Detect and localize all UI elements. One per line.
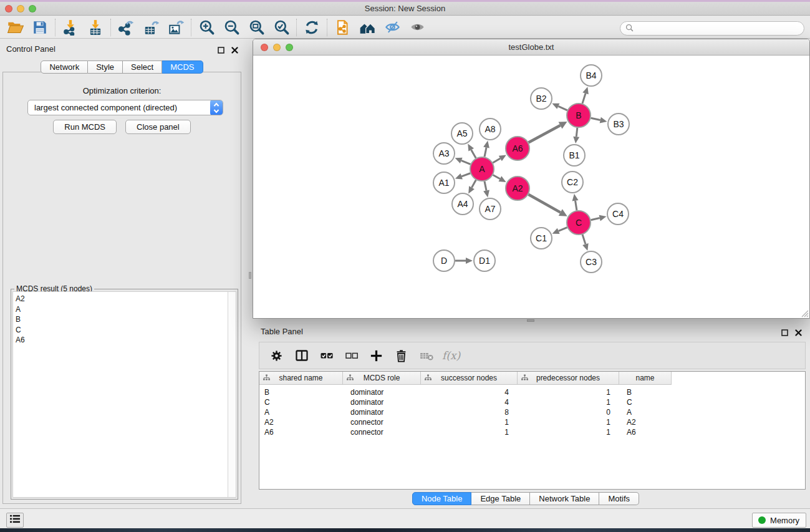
table-row[interactable]: A6connector11A6 [259, 427, 805, 437]
close-window-button[interactable] [5, 5, 12, 12]
import-table-icon[interactable] [83, 17, 108, 37]
close-panel-button[interactable]: Close panel [125, 120, 191, 134]
mcds-result-item[interactable]: C [13, 325, 236, 336]
maximize-window-button[interactable] [29, 5, 36, 12]
show-all-networks-icon[interactable] [355, 17, 380, 37]
network-graph: B4B2BB3A5A8A6A3B1AA1C2A2A4A7C4CC1C3DD1 [253, 56, 809, 318]
table-row[interactable]: Cdominator41C [259, 397, 805, 407]
run-mcds-button[interactable]: Run MCDS [53, 120, 117, 134]
add-column-icon[interactable] [365, 344, 388, 367]
memory-button[interactable]: Memory [752, 513, 806, 528]
table-options-gear-icon[interactable] [265, 344, 288, 367]
graph-edge-B-B3[interactable] [591, 118, 600, 120]
graph-edge-B-B1[interactable] [576, 128, 577, 137]
save-session-icon[interactable] [27, 17, 52, 37]
task-history-button[interactable] [6, 513, 24, 528]
minimize-window-button[interactable] [17, 5, 24, 12]
table-cell: B [259, 387, 343, 397]
column-header-name[interactable]: name [619, 372, 672, 384]
graph-node-label: A4 [457, 199, 468, 209]
export-table-icon[interactable] [138, 17, 163, 37]
zoom-in-icon[interactable] [194, 17, 219, 37]
network-minimize-button[interactable] [273, 44, 281, 51]
mcds-result-item[interactable]: A [13, 304, 236, 315]
graph-edge-A-A6[interactable] [493, 158, 500, 163]
column-header-successor-nodes[interactable]: successor nodes [421, 372, 518, 384]
toolbar-separator [191, 19, 191, 36]
toolbar-separator [110, 19, 111, 36]
zoom-fit-icon[interactable] [244, 17, 269, 37]
graph-edge-A-A5[interactable] [471, 150, 476, 158]
function-builder-icon: f(x) [440, 349, 460, 362]
tab-network[interactable]: Network [41, 60, 88, 74]
vertical-splitter-grip[interactable] [249, 272, 251, 279]
graph-edge-B-B4[interactable] [582, 94, 586, 104]
graph-edge-A-A2[interactable] [493, 175, 500, 179]
column-header-predecessor-nodes[interactable]: predecessor nodes [518, 372, 619, 384]
tab-node-table[interactable]: Node Table [412, 492, 472, 505]
refresh-icon[interactable] [299, 17, 324, 37]
graph-node-label: C3 [586, 257, 597, 267]
close-table-panel-icon[interactable] [795, 327, 802, 339]
memory-status-icon [758, 516, 766, 524]
column-header-MCDS-role[interactable]: MCDS role [343, 372, 421, 384]
table-row[interactable]: A2connector11A2 [259, 417, 805, 427]
select-all-columns-icon[interactable] [315, 344, 338, 367]
graph-edge-A-A1[interactable] [461, 173, 470, 177]
tab-select[interactable]: Select [123, 60, 162, 74]
unselect-all-columns-icon[interactable] [340, 344, 363, 367]
open-file-icon[interactable] [2, 17, 27, 37]
network-window-titlebar[interactable]: testGlobe.txt [253, 39, 809, 56]
table-cell: 1 [518, 397, 619, 407]
mcds-result-group: MCDS result (5 nodes) A2ABCA6 [11, 289, 238, 500]
show-column-icon[interactable] [290, 344, 313, 367]
graph-edge-B-B2[interactable] [558, 106, 567, 110]
zoom-out-icon[interactable] [219, 17, 244, 37]
float-table-panel-icon[interactable] [781, 327, 788, 339]
hide-selected-icon[interactable] [380, 17, 405, 37]
import-network-icon[interactable] [58, 17, 83, 37]
export-image-icon[interactable] [163, 17, 188, 37]
tab-motifs[interactable]: Motifs [599, 492, 639, 505]
graph-edge-A-A3[interactable] [461, 160, 471, 164]
network-search-field[interactable] [620, 21, 804, 36]
table-cell: 1 [518, 387, 619, 397]
show-selected-icon[interactable] [405, 17, 430, 37]
table-panel: Table Panel [253, 321, 810, 506]
graph-edge-A-A7[interactable] [485, 181, 486, 191]
search-input[interactable] [636, 23, 804, 34]
network-close-button[interactable] [261, 44, 268, 51]
column-header-shared-name[interactable]: shared name [259, 372, 343, 384]
mcds-result-item[interactable]: A6 [13, 335, 236, 346]
network-maximize-button[interactable] [286, 44, 293, 51]
delete-table-icon[interactable] [415, 344, 438, 367]
graph-edge-A-A4[interactable] [472, 180, 476, 187]
criterion-dropdown[interactable]: largest connected component (directed) [27, 100, 223, 115]
resize-grip-icon[interactable] [801, 309, 809, 317]
tab-style[interactable]: Style [88, 60, 123, 74]
graph-edge-C-C1[interactable] [559, 228, 567, 231]
close-panel-icon[interactable] [231, 45, 238, 56]
graph-edge-A6-B[interactable] [529, 125, 561, 143]
tab-edge-table[interactable]: Edge Table [471, 492, 530, 505]
graph-edge-A-A8[interactable] [485, 147, 486, 157]
graph-edge-C-C2[interactable] [576, 201, 577, 211]
mcds-result-item[interactable]: B [13, 314, 236, 325]
export-network-icon[interactable] [113, 17, 138, 37]
result-scrollbar[interactable] [228, 292, 236, 497]
table-row[interactable]: Adominator80A [259, 407, 805, 417]
graph-edge-C-C3[interactable] [582, 235, 586, 244]
tab-mcds[interactable]: MCDS [162, 60, 203, 74]
mcds-result-item[interactable]: A2 [13, 294, 236, 304]
main-titlebar: Session: New Session [0, 2, 810, 16]
tab-network-table[interactable]: Network Table [530, 492, 599, 505]
graph-edge-C-C4[interactable] [591, 218, 600, 220]
zoom-selected-icon[interactable] [269, 17, 294, 37]
float-panel-icon[interactable] [218, 45, 224, 56]
network-canvas[interactable]: B4B2BB3A5A8A6A3B1AA1C2A2A4A7C4CC1C3DD1 [253, 56, 809, 318]
table-cell: A [619, 407, 672, 417]
graph-edge-A2-C[interactable] [528, 195, 560, 213]
delete-columns-trash-icon[interactable] [390, 344, 413, 367]
table-row[interactable]: Bdominator41B [259, 387, 805, 397]
clone-network-icon[interactable] [330, 17, 355, 37]
